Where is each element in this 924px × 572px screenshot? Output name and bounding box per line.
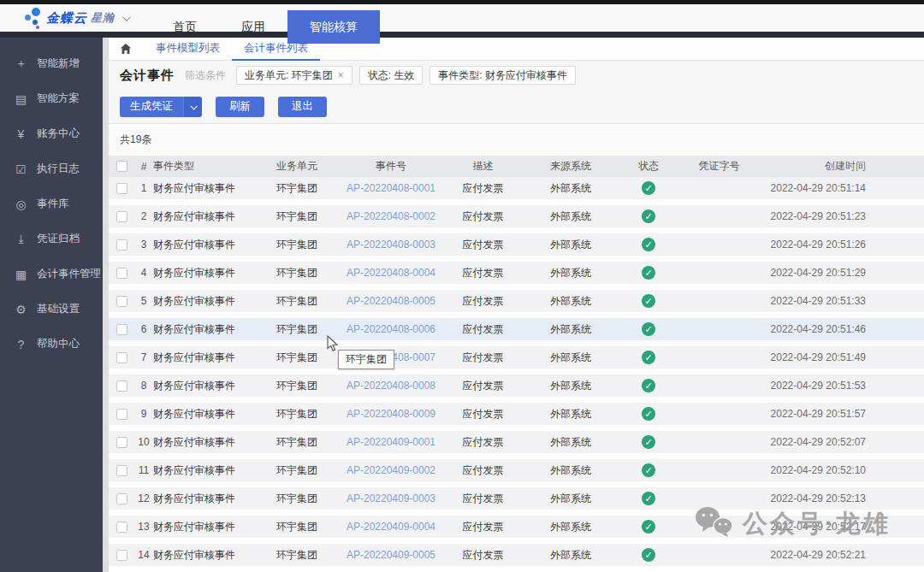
event-no-link[interactable]: AP-20220408-0003 (346, 239, 435, 251)
created-time: 2022-04-29 20:52:10 (755, 464, 924, 476)
topbar-shadow (0, 32, 924, 38)
event-type: 财务应付审核事件 (153, 351, 250, 365)
event-no-link[interactable]: AP-20220408-0005 (346, 295, 435, 307)
row-checkbox[interactable] (116, 409, 127, 420)
event-no-link[interactable]: AP-20220409-0004 (346, 521, 435, 533)
sidebar-item-label: 执行日志 (37, 162, 80, 176)
row-checkbox[interactable] (116, 211, 127, 222)
row-checkbox-cell (109, 324, 134, 335)
event-no-link[interactable]: AP-20220408-0009 (346, 408, 435, 420)
sidebar-item-账务中心[interactable]: ¥账务中心 (0, 116, 103, 151)
source-system: 外部系统 (528, 266, 613, 280)
nav-item-应用[interactable]: 应用 (219, 10, 287, 44)
business-unit: 环宇集团 (250, 520, 344, 534)
row-checkbox[interactable] (116, 183, 127, 194)
filter-chip[interactable]: 事件类型: 财务应付审核事件 (429, 66, 576, 85)
refresh-button[interactable]: 刷新 (216, 97, 264, 117)
row-checkbox-cell (109, 409, 134, 420)
table-row[interactable]: 6财务应付审核事件环宇集团AP-20220408-0006应付发票外部系统✓20… (109, 318, 924, 340)
description: 应付发票 (438, 294, 528, 309)
row-checkbox[interactable] (116, 352, 127, 363)
row-checkbox[interactable] (116, 550, 127, 561)
row-checkbox[interactable] (116, 465, 127, 476)
table-row[interactable]: 5财务应付审核事件环宇集团AP-20220408-0005应付发票外部系统✓20… (109, 290, 924, 312)
filter-chip[interactable]: 业务单元: 环宇集团× (236, 66, 352, 85)
page-title: 会计事件 (120, 68, 175, 84)
table-row[interactable]: 14财务应付审核事件环宇集团AP-20220409-0005应付发票外部系统✓2… (109, 544, 924, 566)
sidebar-item-智能新增[interactable]: ＋智能新增 (0, 46, 103, 81)
business-unit: 环宇集团 (250, 322, 344, 337)
event-no-link[interactable]: AP-20220408-0008 (346, 380, 435, 392)
row-checkbox[interactable] (116, 437, 127, 448)
scrollbar-track[interactable] (103, 38, 109, 572)
column-header: 事件类型 (153, 159, 250, 174)
row-checkbox-cell (109, 380, 134, 392)
event-no-link[interactable]: AP-20220408-0002 (346, 210, 435, 222)
event-type: 财务应付审核事件 (153, 181, 250, 196)
event-no-link[interactable]: AP-20220408-0006 (346, 323, 435, 335)
row-checkbox[interactable] (116, 324, 127, 335)
table-row[interactable]: 12财务应付审核事件环宇集团AP-20220409-0003应付发票外部系统✓2… (109, 487, 924, 510)
tooltip: 环宇集团 (338, 350, 394, 369)
sidebar-item-执行日志[interactable]: ☑执行日志 (0, 151, 103, 186)
event-no-link[interactable]: AP-20220408-0001 (346, 182, 435, 194)
row-checkbox[interactable] (116, 296, 127, 307)
generate-voucher-dropdown[interactable] (183, 97, 202, 117)
table-row[interactable]: 9财务应付审核事件环宇集团AP-20220408-0009应付发票外部系统✓20… (109, 403, 924, 425)
column-header: 事件号 (344, 159, 438, 174)
status-cell: ✓ (613, 351, 684, 364)
business-unit: 环宇集团 (250, 435, 344, 450)
table-row[interactable]: 8财务应付审核事件环宇集团AP-20220408-0008应付发票外部系统✓20… (109, 374, 924, 397)
generate-voucher-button[interactable]: 生成凭证 (120, 97, 183, 117)
event-type: 财务应付审核事件 (153, 548, 250, 563)
sidebar-item-帮助中心[interactable]: ?帮助中心 (0, 327, 103, 362)
table-row[interactable]: 4财务应付审核事件环宇集团AP-20220408-0004应付发票外部系统✓20… (109, 262, 924, 284)
nav-item-智能核算[interactable]: 智能核算 (287, 10, 380, 44)
created-time: 2022-04-29 20:52:13 (755, 492, 924, 504)
row-checkbox[interactable] (116, 493, 127, 504)
row-checkbox[interactable] (116, 268, 127, 279)
status-cell: ✓ (613, 548, 684, 562)
table-header: #事件类型业务单元事件号描述来源系统状态凭证字号创建时间 (109, 156, 924, 177)
select-all-checkbox[interactable] (116, 161, 127, 172)
description: 应付发票 (438, 492, 528, 506)
row-checkbox[interactable] (116, 239, 127, 251)
row-checkbox[interactable] (116, 522, 127, 533)
sidebar-item-基础设置[interactable]: ⚙基础设置 (0, 292, 103, 327)
filter-label: 筛选条件 (185, 68, 226, 83)
event-no-link[interactable]: AP-20220409-0005 (346, 549, 435, 561)
exit-button[interactable]: 退出 (278, 97, 327, 117)
filter-chip[interactable]: 状态: 生效 (359, 66, 424, 85)
sidebar-item-事件库[interactable]: ◎事件库 (0, 186, 103, 221)
table-row[interactable]: 7财务应付审核事件环宇集团AP-20220408-0007应付发票外部系统✓20… (109, 346, 924, 369)
source-system: 外部系统 (528, 407, 613, 422)
source-system: 外部系统 (528, 492, 613, 506)
table-row[interactable]: 2财务应付审核事件环宇集团AP-20220408-0002应付发票外部系统✓20… (109, 205, 924, 227)
event-type: 财务应付审核事件 (153, 209, 250, 224)
table-row[interactable]: 3财务应付审核事件环宇集团AP-20220408-0003应付发票外部系统✓20… (109, 233, 924, 256)
event-no-link[interactable]: AP-20220409-0002 (346, 464, 435, 476)
created-time: 2022-04-29 20:51:46 (755, 323, 924, 335)
sidebar-item-label: 帮助中心 (37, 337, 80, 351)
home-icon[interactable] (120, 43, 132, 55)
brand-switcher[interactable]: 金蝶云 星瀚 (24, 7, 128, 29)
table-row[interactable]: 13财务应付审核事件环宇集团AP-20220409-0004应付发票外部系统✓2… (109, 516, 924, 538)
table-row[interactable]: 1财务应付审核事件环宇集团AP-20220408-0001应付发票外部系统✓20… (109, 177, 924, 199)
close-icon[interactable]: × (338, 69, 344, 81)
event-no-cell: AP-20220409-0002 (344, 464, 438, 476)
sidebar-item-会计事件管理[interactable]: ▦会计事件管理 (0, 257, 103, 292)
source-system: 外部系统 (528, 181, 613, 196)
column-header: 状态 (613, 159, 684, 174)
column-header: 业务单元 (250, 159, 344, 174)
sidebar-item-智能方案[interactable]: ▤智能方案 (0, 81, 103, 116)
sidebar-item-凭证归档[interactable]: ⤓凭证归档 (0, 221, 103, 257)
list-icon: ▤ (14, 92, 28, 106)
event-no-link[interactable]: AP-20220409-0003 (346, 492, 435, 504)
nav-item-首页[interactable]: 首页 (151, 10, 219, 44)
row-number: 8 (134, 380, 153, 392)
row-checkbox[interactable] (116, 380, 127, 392)
table-row[interactable]: 10财务应付审核事件环宇集团AP-20220409-0001应付发票外部系统✓2… (109, 431, 924, 453)
event-no-link[interactable]: AP-20220408-0004 (346, 267, 435, 279)
table-row[interactable]: 11财务应付审核事件环宇集团AP-20220409-0002应付发票外部系统✓2… (109, 459, 924, 481)
event-no-link[interactable]: AP-20220409-0001 (346, 436, 435, 448)
